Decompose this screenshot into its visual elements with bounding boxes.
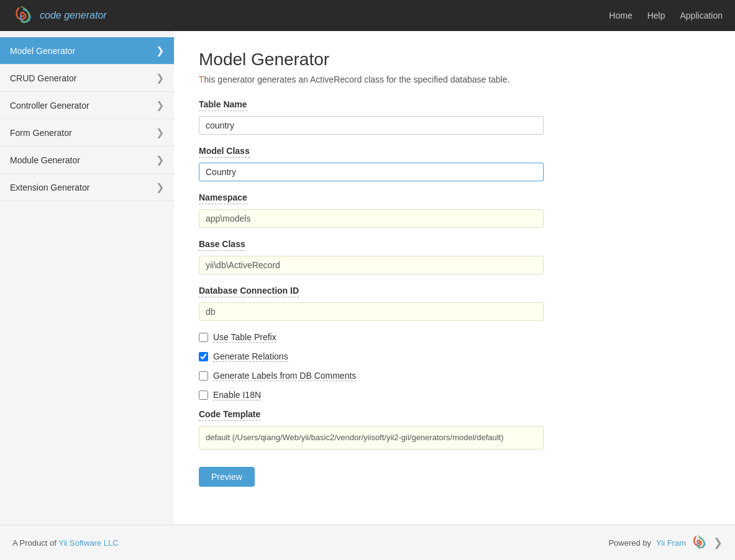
chevron-right-icon: ❯ xyxy=(156,154,164,166)
sidebar: Model Generator ❯ CRUD Generator ❯ Contr… xyxy=(0,31,174,525)
code-template-value: default (/Users/qiang/Web/yii/basic2/ven… xyxy=(199,426,544,449)
model-class-group: Model Class xyxy=(199,146,710,181)
sidebar-item-module-generator[interactable]: Module Generator ❯ xyxy=(0,147,174,174)
chevron-right-icon: ❯ xyxy=(156,99,164,111)
header: code generator Home Help Application xyxy=(0,0,735,31)
yii-logo-icon xyxy=(12,4,35,27)
sidebar-item-label: CRUD Generator xyxy=(10,73,76,83)
page-title: Model Generator xyxy=(199,50,710,70)
db-connection-group: Database Connection ID db xyxy=(199,286,710,321)
db-connection-label: Database Connection ID xyxy=(199,286,299,297)
chevron-right-icon: ❯ xyxy=(156,127,164,138)
nav-help[interactable]: Help xyxy=(647,11,665,20)
generate-relations-checkbox[interactable] xyxy=(199,352,208,361)
scroll-right-icon[interactable]: ❯ xyxy=(713,536,723,549)
namespace-value: app\models xyxy=(199,209,544,228)
code-template-group: Code Template default (/Users/qiang/Web/… xyxy=(199,409,710,449)
model-class-input[interactable] xyxy=(199,163,544,181)
footer-yii-logo-icon xyxy=(691,534,708,551)
sidebar-item-form-generator[interactable]: Form Generator ❯ xyxy=(0,119,174,147)
table-name-label: Table Name xyxy=(199,99,247,111)
model-class-label: Model Class xyxy=(199,146,250,158)
sidebar-item-crud-generator[interactable]: CRUD Generator ❯ xyxy=(0,65,174,92)
chevron-right-icon: ❯ xyxy=(156,45,164,56)
footer-right: Powered by Yii Fram ❯ xyxy=(608,534,723,551)
enable-i18n-group: Enable I18N xyxy=(199,390,710,400)
main-layout: Model Generator ❯ CRUD Generator ❯ Contr… xyxy=(0,31,735,525)
generate-relations-label[interactable]: Generate Relations xyxy=(213,351,288,362)
nav-application[interactable]: Application xyxy=(680,11,723,20)
code-template-label: Code Template xyxy=(199,409,260,421)
use-table-prefix-group: Use Table Prefix xyxy=(199,332,710,343)
header-title: code generator xyxy=(40,10,107,21)
sidebar-item-label: Extension Generator xyxy=(10,183,89,192)
base-class-value: yii\db\ActiveRecord xyxy=(199,256,544,274)
footer-left-text: A Product of xyxy=(12,538,58,548)
main-content: Model Generator This generator generates… xyxy=(174,31,735,525)
footer: A Product of Yii Software LLC Powered by… xyxy=(0,525,735,560)
nav-home[interactable]: Home xyxy=(609,11,632,20)
base-class-label: Base Class xyxy=(199,239,245,251)
logo-area: code generator xyxy=(12,4,107,27)
namespace-group: Namespace app\models xyxy=(199,192,710,228)
sidebar-item-model-generator[interactable]: Model Generator ❯ xyxy=(0,37,174,65)
use-table-prefix-checkbox[interactable] xyxy=(199,333,208,342)
chevron-right-icon: ❯ xyxy=(156,72,164,84)
enable-i18n-label[interactable]: Enable I18N xyxy=(213,390,261,400)
sidebar-item-label: Controller Generator xyxy=(10,101,89,111)
generate-relations-group: Generate Relations xyxy=(199,351,710,362)
footer-yii-software-link[interactable]: Yii Software LLC xyxy=(58,538,118,548)
generate-labels-label[interactable]: Generate Labels from DB Comments xyxy=(213,371,356,381)
table-name-input[interactable] xyxy=(199,116,544,135)
preview-button[interactable]: Preview xyxy=(199,467,255,487)
sidebar-item-extension-generator[interactable]: Extension Generator ❯ xyxy=(0,174,174,201)
generate-labels-group: Generate Labels from DB Comments xyxy=(199,371,710,381)
table-name-group: Table Name xyxy=(199,99,710,135)
chevron-right-icon: ❯ xyxy=(156,181,164,193)
desc-rest: his generator generates an ActiveRecord … xyxy=(204,75,510,84)
sidebar-item-label: Model Generator xyxy=(10,46,75,56)
enable-i18n-checkbox[interactable] xyxy=(199,391,208,400)
footer-left: A Product of Yii Software LLC xyxy=(12,538,119,548)
header-nav: Home Help Application xyxy=(609,11,723,20)
generate-labels-checkbox[interactable] xyxy=(199,371,208,381)
sidebar-item-label: Module Generator xyxy=(10,155,80,165)
desc-highlight: T xyxy=(199,75,204,84)
namespace-label: Namespace xyxy=(199,192,247,204)
sidebar-item-controller-generator[interactable]: Controller Generator ❯ xyxy=(0,92,174,119)
footer-yii-framework-link[interactable]: Yii Fram xyxy=(656,538,686,548)
db-connection-value: db xyxy=(199,302,544,321)
use-table-prefix-label[interactable]: Use Table Prefix xyxy=(213,332,276,343)
sidebar-item-label: Form Generator xyxy=(10,128,72,138)
footer-powered-text: Powered by xyxy=(608,538,651,548)
base-class-group: Base Class yii\db\ActiveRecord xyxy=(199,239,710,274)
page-description: This generator generates an ActiveRecord… xyxy=(199,75,710,84)
